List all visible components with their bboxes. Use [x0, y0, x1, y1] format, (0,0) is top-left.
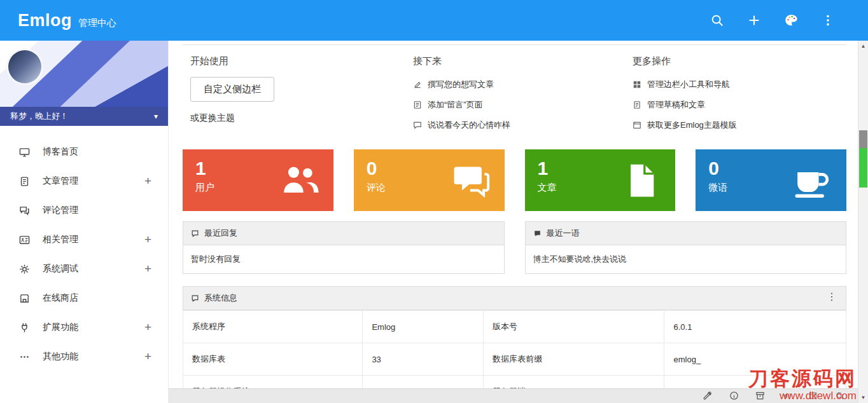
sidebar-menu: 博客首页 文章管理 + 评论管理 相关管理 + 系统调试 + 在线商店	[0, 126, 168, 371]
whisper-icon	[533, 229, 542, 238]
sysinfo-key: 版本号	[484, 311, 664, 343]
table-row: 系统程序 Emlog 版本号 6.0.1	[183, 311, 846, 343]
expand-icon: +	[144, 233, 151, 247]
change-theme-link[interactable]: 或更换主题	[190, 113, 413, 124]
sysinfo-key: 数据库表	[183, 343, 363, 376]
sysinfo-value: emlog_	[664, 343, 846, 376]
speaker-icon[interactable]	[782, 391, 792, 400]
next-steps-title: 接下来	[413, 55, 633, 67]
more-vertical-icon[interactable]	[821, 13, 835, 27]
palette-icon[interactable]	[784, 13, 798, 27]
sidebar-item-other[interactable]: 其他功能 +	[0, 342, 168, 371]
add-guestbook-page-link[interactable]: 添加“留言”页面	[413, 99, 633, 111]
users-icon	[280, 162, 319, 199]
page-icon	[413, 100, 422, 109]
system-info-header: 系统信息 ⋮	[183, 286, 846, 310]
scrollbar-marker	[859, 148, 867, 188]
sysinfo-value: Emlog	[363, 311, 484, 343]
info-circle-icon[interactable]	[729, 391, 739, 400]
stat-card-users[interactable]: 1 用户	[183, 149, 333, 211]
archive-icon[interactable]	[755, 391, 765, 400]
quickstart-section: 开始使用 自定义侧边栏 或更换主题 接下来 撰写您的想写文章 添加“留言”页面 …	[183, 44, 846, 139]
sidebar-item-articles[interactable]: 文章管理 +	[0, 167, 168, 196]
widgets-icon	[633, 80, 641, 89]
expand-icon: +	[144, 262, 151, 276]
comments-icon	[19, 205, 30, 216]
customize-sidebar-button[interactable]: 自定义侧边栏	[190, 77, 274, 102]
stat-card-articles[interactable]: 1 文章	[525, 149, 676, 211]
user-avatar[interactable]	[6, 48, 43, 85]
kebab-menu-icon[interactable]: ⋮	[822, 289, 842, 304]
file-icon	[622, 162, 661, 199]
sidebar-item-comments[interactable]: 评论管理	[0, 196, 168, 225]
recent-replies-header: 最近回复	[183, 221, 505, 245]
recent-whisper-body[interactable]: 博主不知要说啥,快去说说	[525, 245, 847, 274]
expand-icon: +	[144, 174, 151, 188]
magnifier-icon[interactable]	[835, 391, 844, 400]
recent-whisper-panel: 最近一语 博主不知要说啥,快去说说	[525, 221, 847, 274]
sysinfo-key: 数据库表前缀	[484, 343, 664, 376]
recent-whisper-header: 最近一语	[525, 221, 847, 245]
navbar-actions	[710, 13, 850, 27]
emlog-logo[interactable]: Emlog 管理中心	[18, 11, 116, 31]
admin-center-label: 管理中心	[78, 17, 116, 29]
sysinfo-value: 33	[363, 343, 484, 376]
profile-banner	[0, 41, 168, 107]
store-icon	[19, 293, 30, 304]
expand-icon: +	[144, 350, 151, 364]
user-greeting-bar[interactable]: 释梦，晚上好！ ▾	[0, 107, 168, 126]
sidebar-item-extensions[interactable]: 扩展功能 +	[0, 313, 168, 342]
plugin-icon	[19, 322, 30, 333]
scrollbar-thumb[interactable]	[859, 130, 867, 148]
drafts-icon	[633, 100, 641, 109]
plus-icon[interactable]	[747, 13, 761, 27]
stat-card-comments[interactable]: 0 评论	[354, 149, 505, 211]
tray-toolbar	[689, 388, 858, 403]
coffee-icon	[793, 162, 832, 199]
template-icon	[633, 121, 641, 130]
gear-icon	[19, 264, 30, 275]
comment-icon	[451, 162, 491, 199]
chevron-down-icon: ▾	[154, 112, 158, 121]
sidebar-item-blog-home[interactable]: 博客首页	[0, 137, 168, 167]
greeting-text: 释梦，晚上好！	[10, 111, 68, 122]
sidebar: 释梦，晚上好！ ▾ 博客首页 文章管理 + 评论管理 相关管理 + 系统调试 +	[0, 41, 169, 403]
bottom-strip	[169, 388, 858, 403]
recent-panels: 最近回复 暂时没有回复 最近一语 博主不知要说啥,快去说说	[183, 221, 846, 274]
scroll-down-icon[interactable]: ▼	[858, 392, 868, 403]
manage-widgets-link[interactable]: 管理边栏小工具和导航	[633, 79, 737, 90]
write-article-link[interactable]: 撰写您的想写文章	[413, 79, 633, 90]
getting-started-title: 开始使用	[190, 55, 413, 67]
top-navbar: Emlog 管理中心	[0, 0, 868, 41]
sysinfo-key: 系统程序	[183, 311, 363, 343]
wrench-icon[interactable]	[703, 391, 712, 400]
id-card-icon	[19, 235, 30, 245]
recent-replies-panel: 最近回复 暂时没有回复	[183, 221, 505, 274]
next-steps-column: 接下来 撰写您的想写文章 添加“留言”页面 说说看今天的心情咋样	[413, 55, 633, 139]
expand-icon: +	[144, 320, 151, 334]
logo-text: Emlog	[18, 11, 72, 31]
window-icon[interactable]	[808, 391, 818, 400]
sidebar-item-store[interactable]: 在线商店	[0, 283, 168, 313]
chat-icon	[413, 121, 422, 130]
vertical-scrollbar[interactable]: ▲ ▼	[858, 41, 868, 403]
sidebar-item-system-debug[interactable]: 系统调试 +	[0, 254, 168, 283]
document-icon	[19, 176, 30, 187]
stat-card-whispers[interactable]: 0 微语	[696, 149, 846, 211]
main-content: 开始使用 自定义侧边栏 或更换主题 接下来 撰写您的想写文章 添加“留言”页面 …	[169, 41, 858, 403]
post-mood-link[interactable]: 说说看今天的心情咋样	[413, 120, 633, 131]
monitor-icon	[19, 147, 30, 158]
scroll-up-icon[interactable]: ▲	[858, 41, 868, 51]
sidebar-item-related[interactable]: 相关管理 +	[0, 225, 168, 254]
get-themes-link[interactable]: 获取更多Emlog主题模版	[633, 120, 737, 131]
system-info-panel: 系统信息 ⋮ 系统程序 Emlog 版本号 6.0.1 数据库表 33 数据库表…	[183, 286, 846, 403]
getting-started-column: 开始使用 自定义侧边栏 或更换主题	[190, 55, 413, 139]
info-square-icon	[191, 294, 199, 303]
more-actions-title: 更多操作	[633, 55, 737, 67]
sysinfo-value: 6.0.1	[664, 311, 846, 343]
table-row: 数据库表 33 数据库表前缀 emlog_	[183, 343, 846, 376]
search-icon[interactable]	[710, 13, 724, 27]
manage-drafts-link[interactable]: 管理草稿和文章	[633, 99, 737, 111]
more-actions-column: 更多操作 管理边栏小工具和导航 管理草稿和文章 获取更多Emlog主题模版	[633, 55, 737, 139]
ellipsis-icon	[19, 352, 30, 362]
